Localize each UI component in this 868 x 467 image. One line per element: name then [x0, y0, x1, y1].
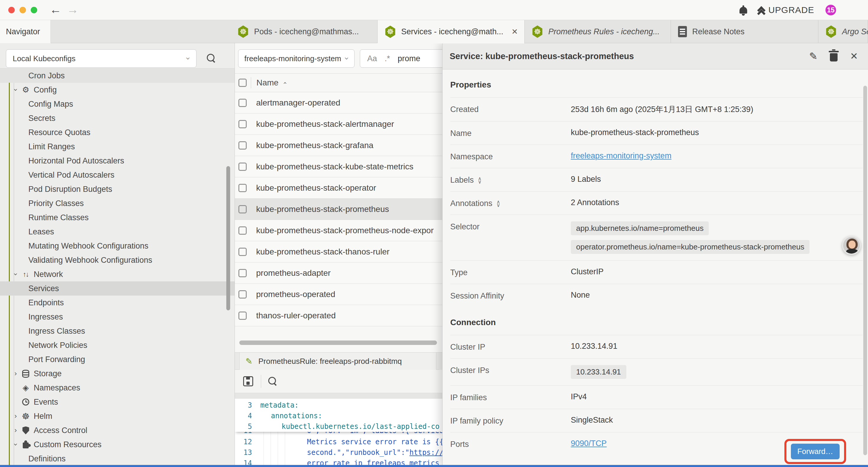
- chevron-down-icon[interactable]: ›: [11, 270, 20, 278]
- scrollbar-thumb[interactable]: [863, 86, 867, 455]
- sidebar-item-ingresses[interactable]: Ingresses: [0, 310, 235, 324]
- notifications-bell-icon[interactable]: [740, 7, 747, 13]
- scrollbar-thumb[interactable]: [239, 341, 437, 345]
- cluster-tab[interactable]: ☸Pods - icecheng@mathmas...: [230, 20, 378, 43]
- row-checkbox[interactable]: [239, 163, 247, 171]
- delete-service-icon[interactable]: [830, 53, 838, 61]
- sidebar-item-validating-webhook-configurations[interactable]: Validating Webhook Configurations: [0, 253, 235, 267]
- chevron-down-icon[interactable]: ›: [11, 441, 20, 448]
- sidebar-item-services[interactable]: Services: [0, 282, 235, 296]
- row-checkbox[interactable]: [239, 269, 247, 277]
- sidebar-item-definitions[interactable]: Definitions: [0, 451, 235, 466]
- sidebar-search-button[interactable]: [207, 54, 216, 63]
- sidebar-item-pod-disruption-budgets[interactable]: Pod Disruption Budgets: [0, 182, 235, 196]
- sidebar-item-network[interactable]: ›↑↓Network: [0, 267, 235, 282]
- yaml-link-text[interactable]: https://net: [409, 448, 442, 457]
- editor-scroll-strip[interactable]: [235, 393, 442, 399]
- dock-tab-prometheusrule[interactable]: ✎ PrometheusRule: freeleaps-prod-rabbitm…: [239, 353, 436, 370]
- sidebar-item-custom-resources[interactable]: ›Custom Resources: [0, 437, 235, 451]
- expand-collapse-icon[interactable]: ∧∨: [497, 200, 500, 207]
- forward-arrow-icon[interactable]: →: [67, 2, 79, 17]
- row-checkbox[interactable]: [239, 141, 247, 150]
- regex-toggle[interactable]: .*: [385, 54, 390, 63]
- chevron-down-icon[interactable]: ›: [11, 86, 20, 94]
- port-link[interactable]: 9090/TCP: [571, 439, 607, 448]
- drawer-scrollbar[interactable]: [863, 73, 867, 463]
- table-row[interactable]: kube-prometheus-stack-prometheus: [235, 199, 442, 220]
- select-all-checkbox[interactable]: [239, 79, 247, 87]
- table-row[interactable]: kube-prometheus-stack-prometheus-node-ex…: [235, 220, 442, 241]
- close-window-button[interactable]: [8, 7, 15, 13]
- namespace-link[interactable]: freeleaps-monitoring-system: [571, 151, 672, 160]
- sidebar-item-leases[interactable]: Leases: [0, 225, 235, 239]
- yaml-editor[interactable]: 3metadata:4annotations:5kubectl.kubernet…: [235, 399, 442, 467]
- maximize-window-button[interactable]: [31, 7, 37, 13]
- minimize-window-button[interactable]: [20, 7, 26, 13]
- sidebar-item-network-policies[interactable]: Network Policies: [0, 338, 235, 352]
- table-row[interactable]: kube-prometheus-stack-kube-state-metrics: [235, 156, 442, 177]
- save-icon[interactable]: [243, 376, 253, 386]
- row-checkbox[interactable]: [239, 248, 247, 256]
- sidebar-item-events[interactable]: Events: [0, 395, 235, 409]
- table-search-input[interactable]: Aa .* prome: [360, 49, 442, 68]
- sidebar-item-ingress-classes[interactable]: Ingress Classes: [0, 324, 235, 338]
- expand-collapse-icon[interactable]: ∧∨: [478, 177, 482, 183]
- sidebar-item-port-forwarding[interactable]: Port Forwarding: [0, 352, 235, 367]
- sidebar-item-namespaces[interactable]: ◈Namespaces: [0, 381, 235, 395]
- close-drawer-icon[interactable]: ✕: [850, 51, 858, 62]
- cluster-tab[interactable]: ☸Prometheus Rules - icecheng...: [525, 20, 671, 43]
- sidebar-item-storage[interactable]: ›Storage: [0, 367, 235, 381]
- avatar[interactable]: [842, 236, 861, 255]
- chevron-right-icon[interactable]: ›: [12, 426, 20, 435]
- table-row[interactable]: prometheus-adapter: [235, 262, 442, 284]
- sidebar-item-access-control[interactable]: ›Access Control: [0, 423, 235, 437]
- back-arrow-icon[interactable]: ←: [50, 2, 61, 17]
- cluster-tab[interactable]: Release Notes: [671, 20, 818, 43]
- notification-count-badge[interactable]: 15: [826, 5, 836, 16]
- table-horizontal-scrollbar[interactable]: [235, 340, 442, 346]
- sidebar-item-cron-jobs[interactable]: Cron Jobs: [0, 68, 235, 83]
- table-row[interactable]: kube-prometheus-stack-grafana: [235, 135, 442, 156]
- table-row[interactable]: alertmanager-operated: [235, 92, 442, 114]
- row-checkbox[interactable]: [239, 312, 247, 320]
- sidebar-item-helm[interactable]: ›☸Helm: [0, 409, 235, 423]
- row-checkbox[interactable]: [239, 290, 247, 298]
- sidebar-item-secrets[interactable]: Secrets: [0, 111, 235, 125]
- table-row[interactable]: kube-prometheus-stack-operator: [235, 177, 442, 199]
- row-checkbox[interactable]: [239, 99, 247, 107]
- upgrade-button[interactable]: UPGRADE: [758, 5, 814, 15]
- sidebar-item-runtime-classes[interactable]: Runtime Classes: [0, 210, 235, 225]
- match-case-toggle[interactable]: Aa: [367, 54, 377, 63]
- namespace-selector[interactable]: freeleaps-monitoring-system ›: [238, 49, 354, 68]
- navigator-panel-tab[interactable]: Navigator: [0, 20, 51, 43]
- sidebar-item-mutating-webhook-configurations[interactable]: Mutating Webhook Configurations: [0, 239, 235, 253]
- sidebar-item-resource-quotas[interactable]: Resource Quotas: [0, 125, 235, 140]
- table-row[interactable]: kube-prometheus-stack-thanos-ruler: [235, 241, 442, 262]
- chevron-right-icon[interactable]: ›: [12, 412, 20, 420]
- editor-search-icon[interactable]: [268, 377, 277, 386]
- table-row[interactable]: kube-prometheus-stack-alertmanager: [235, 114, 442, 135]
- row-checkbox[interactable]: [239, 120, 247, 128]
- sidebar-item-priority-classes[interactable]: Priority Classes: [0, 196, 235, 210]
- sidebar-item-config[interactable]: ›⚙Config: [0, 83, 235, 97]
- sidebar-item-horizontal-pod-autoscalers[interactable]: Horizontal Pod Autoscalers: [0, 154, 235, 168]
- row-checkbox[interactable]: [239, 184, 247, 192]
- cluster-tab[interactable]: ☸Services - icecheng@math...✕: [378, 20, 525, 43]
- row-checkbox[interactable]: [239, 226, 247, 235]
- cluster-tab[interactable]: ☸Argo Se: [818, 20, 868, 43]
- sidebar-item-vertical-pod-autoscalers[interactable]: Vertical Pod Autoscalers: [0, 168, 235, 182]
- table-row[interactable]: prometheus-operated: [235, 284, 442, 305]
- sidebar-item-limit-ranges[interactable]: Limit Ranges: [0, 140, 235, 154]
- row-checkbox[interactable]: [239, 205, 247, 213]
- sidebar-scrollbar[interactable]: [226, 166, 230, 310]
- kubeconfig-selector[interactable]: Local Kubeconfigs ›: [6, 49, 196, 68]
- chevron-right-icon[interactable]: ›: [12, 370, 20, 378]
- forward-button[interactable]: Forward…: [791, 444, 840, 459]
- dock-tab-next[interactable]: ✎: [439, 353, 442, 370]
- close-tab-icon[interactable]: ✕: [512, 27, 518, 36]
- table-row[interactable]: thanos-ruler-operated: [235, 305, 442, 326]
- sidebar-item-endpoints[interactable]: Endpoints: [0, 296, 235, 310]
- name-column-header[interactable]: Name ›: [256, 78, 286, 87]
- edit-service-icon[interactable]: ✎: [809, 50, 818, 62]
- sidebar-item-config-maps[interactable]: Config Maps: [0, 97, 235, 111]
